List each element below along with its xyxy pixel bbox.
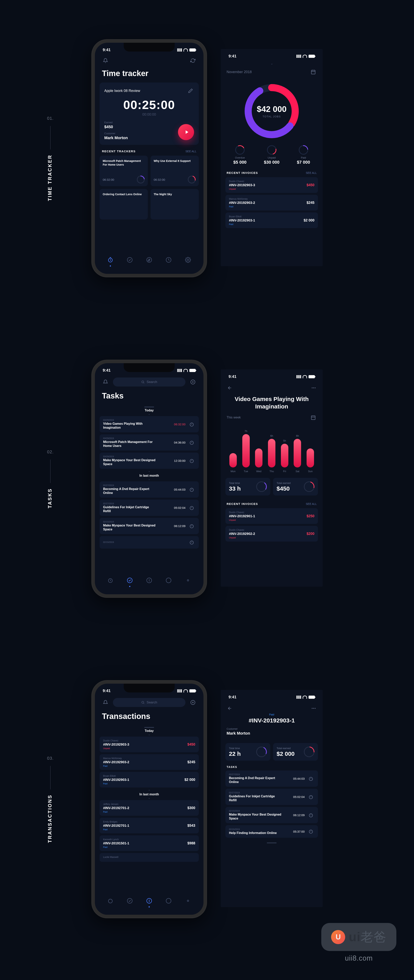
calendar-icon[interactable] bbox=[310, 414, 317, 421]
timer-icon[interactable] bbox=[307, 775, 314, 782]
recent-tracker-card[interactable]: The Night Sky bbox=[151, 189, 199, 220]
tab-timer[interactable] bbox=[107, 257, 113, 264]
stat-paid[interactable]: Paid$7 000 bbox=[297, 145, 310, 165]
invoice-item[interactable]: Dustin Chavez #INV-20192902-2 Unpaid $20… bbox=[225, 526, 318, 541]
edit-icon[interactable] bbox=[187, 87, 194, 94]
task-item[interactable]: 02/27/2019 Guidelines For Inkjet Cartrid… bbox=[225, 789, 318, 805]
invoice-item[interactable]: Jeffery Jensen #INV-20192701-2 Paid $300 bbox=[100, 800, 199, 816]
recent-tracker-card[interactable]: Ordering Contact Lens Online bbox=[100, 189, 148, 220]
metric-total-earned: Total earned$2 000 bbox=[273, 743, 318, 760]
svg-point-16 bbox=[190, 525, 193, 528]
search-input[interactable]: Search bbox=[113, 377, 185, 387]
back-icon[interactable] bbox=[226, 705, 233, 712]
invoice-item[interactable]: Marcus McKinney #INV-20192903-2 Paid $24… bbox=[100, 754, 199, 770]
svg-point-24 bbox=[313, 388, 314, 388]
svg-point-12 bbox=[190, 441, 193, 444]
task-item[interactable]: 02/27/2019 Becoming A Dvd Repair Expert … bbox=[225, 770, 318, 787]
task-item[interactable]: 03/29/2019 Make Myspace Your Best Design… bbox=[100, 453, 199, 469]
more-icon[interactable] bbox=[310, 705, 317, 712]
recent-trackers-label: RECENT TRACKERS bbox=[102, 150, 135, 153]
tab-tasks[interactable] bbox=[127, 578, 133, 584]
timer-icon[interactable] bbox=[188, 486, 195, 493]
see-all-link[interactable]: SEE ALL bbox=[306, 171, 317, 175]
wifi-icon bbox=[183, 48, 188, 51]
back-icon[interactable] bbox=[226, 384, 233, 391]
calendar-icon[interactable] bbox=[310, 68, 317, 75]
timer-icon[interactable] bbox=[307, 811, 314, 819]
tab-timer[interactable] bbox=[107, 898, 113, 905]
invoice-item[interactable]: Dustin Chavez #INV-20192901-1 Unpaid $25… bbox=[225, 508, 318, 524]
stat-overdue[interactable]: Overdue$5 000 bbox=[233, 145, 247, 165]
invoice-item[interactable]: Kenneth Lynch #INV-20191501-1 Paid $988 bbox=[100, 835, 199, 851]
invoice-item[interactable]: Marcus McKinney #INV-20192903-2 Paid $24… bbox=[225, 195, 318, 210]
bar-day-label: Thu bbox=[269, 470, 274, 473]
bell-icon[interactable] bbox=[102, 699, 109, 706]
watermark-url: uii8.com bbox=[345, 954, 373, 963]
timer-icon[interactable] bbox=[188, 457, 195, 465]
stat-unpaid[interactable]: Unpaid$30 000 bbox=[264, 145, 280, 165]
refresh-icon[interactable] bbox=[189, 57, 196, 64]
task-item[interactable]: 03/29/2019 Microsoft Patch Management Fo… bbox=[100, 434, 199, 450]
timer-icon[interactable] bbox=[307, 794, 314, 800]
invoice-item[interactable]: Lucile Maxwell bbox=[100, 853, 199, 862]
tab-stats[interactable] bbox=[166, 898, 172, 905]
signal-icon bbox=[177, 369, 182, 372]
screen-task-detail: 9:41 Video Games Playing With Imaginatio… bbox=[221, 369, 323, 587]
tab-settings[interactable] bbox=[185, 898, 191, 905]
task-item[interactable]: 02/15/2019 Help Finding Information Onli… bbox=[225, 825, 318, 838]
search-input[interactable]: Search bbox=[113, 698, 185, 707]
see-all-link[interactable]: SEE ALL bbox=[306, 502, 317, 506]
chevron-down-icon[interactable]: ⌄ bbox=[221, 62, 323, 65]
task-item[interactable]: 03/29/2019 Video Games Playing With Imag… bbox=[100, 416, 199, 433]
tab-money[interactable] bbox=[146, 578, 152, 584]
section-tasks: 02. TASKS 9:41 Search Tasks Today⌄ 03/2 bbox=[0, 360, 414, 598]
more-icon[interactable] bbox=[310, 384, 317, 391]
tab-tasks[interactable] bbox=[127, 257, 133, 264]
task-item[interactable]: 02/15/2019 bbox=[100, 536, 199, 549]
task-item[interactable]: 02/15/2019 Make Myspace Your Best Design… bbox=[225, 807, 318, 823]
timer-icon[interactable] bbox=[188, 421, 195, 428]
invoice-status: Paid bbox=[229, 223, 255, 225]
page-title: Time tracker bbox=[95, 67, 204, 83]
task-name: Make Myspace Your Best Designed Space bbox=[229, 813, 282, 821]
bell-icon[interactable] bbox=[102, 379, 109, 385]
invoice-amount: $250 bbox=[307, 514, 314, 518]
timer-icon[interactable] bbox=[307, 828, 314, 835]
timer-icon[interactable] bbox=[188, 523, 195, 530]
drag-handle[interactable] bbox=[144, 727, 154, 728]
tab-timer[interactable] bbox=[107, 578, 113, 584]
invoice-item[interactable]: Bryan Elliott #INV-20192903-1 Paid $2 00… bbox=[100, 772, 199, 788]
recent-tracker-card[interactable]: Why Use External It Support 06:32:00 bbox=[151, 156, 199, 186]
tab-tasks[interactable] bbox=[127, 898, 133, 905]
add-icon[interactable] bbox=[189, 699, 196, 706]
invoice-item[interactable]: Bryan Elliott #INV-20192903-1 Paid $2 00… bbox=[225, 212, 318, 228]
tab-stats[interactable] bbox=[166, 257, 172, 264]
timer-sub: 00:00:00 bbox=[104, 113, 194, 117]
drag-handle[interactable] bbox=[267, 842, 277, 843]
add-icon[interactable] bbox=[189, 379, 196, 385]
invoice-item[interactable]: Emily Bridges #INV-20192701-1 Paid $543 bbox=[100, 818, 199, 834]
see-all-link[interactable]: SEE ALL bbox=[185, 150, 196, 153]
signal-icon bbox=[296, 695, 301, 699]
section-transactions: 03. TRANSACTIONS 9:41 Search Transaction… bbox=[0, 680, 414, 918]
invoice-item[interactable]: Dustin Chavez #INV-20192903-3 Unpaid $45… bbox=[100, 737, 199, 752]
timer-icon[interactable] bbox=[188, 504, 195, 511]
tab-settings[interactable] bbox=[185, 257, 191, 264]
task-item[interactable]: 02/27/2019 Guidelines For Inkjet Cartrid… bbox=[100, 500, 199, 516]
timer-icon[interactable] bbox=[188, 439, 195, 446]
drag-handle[interactable] bbox=[144, 407, 154, 407]
tab-settings[interactable] bbox=[185, 578, 191, 584]
play-button[interactable] bbox=[178, 124, 194, 140]
invoice-item[interactable]: Dustin Chavez #INV-20192903-3 Unpaid $45… bbox=[225, 177, 318, 193]
timer-icon[interactable] bbox=[188, 539, 195, 546]
tab-stats[interactable] bbox=[166, 578, 172, 584]
tab-money[interactable] bbox=[146, 257, 152, 264]
transactions-today: Dustin Chavez #INV-20192903-3 Unpaid $45… bbox=[95, 737, 204, 788]
task-item[interactable]: 02/15/2019 Make Myspace Your Best Design… bbox=[100, 518, 199, 534]
bell-icon[interactable] bbox=[102, 57, 109, 64]
section-title: TRANSACTIONS bbox=[47, 794, 53, 843]
invoice-amount: $200 bbox=[307, 532, 314, 536]
tab-money[interactable] bbox=[146, 898, 152, 905]
recent-tracker-card[interactable]: Microsoft Patch Management For Home User… bbox=[100, 156, 148, 186]
task-item[interactable]: 02/27/2019 Becoming A Dvd Repair Expert … bbox=[100, 481, 199, 498]
